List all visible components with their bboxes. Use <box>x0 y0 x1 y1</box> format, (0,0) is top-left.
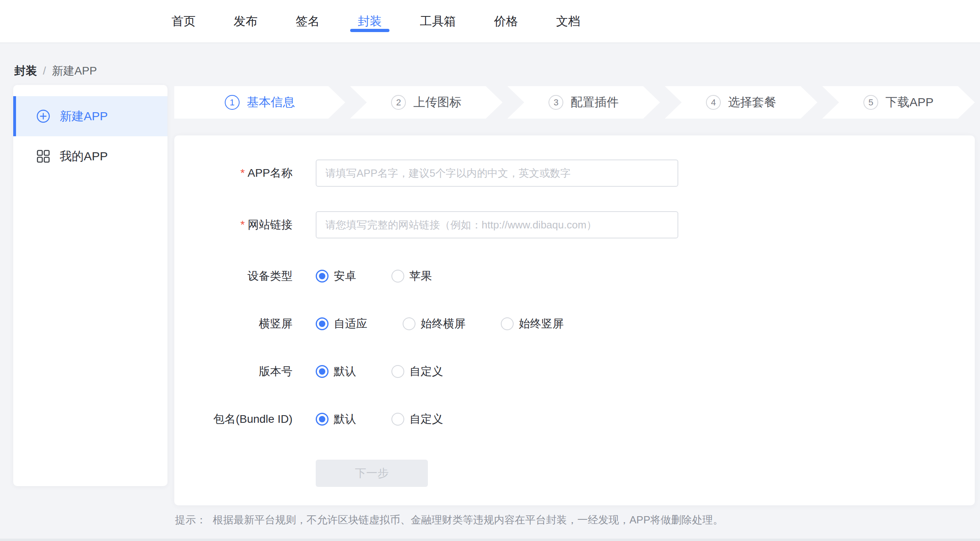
version-group: 版本号 默认 自定义 <box>174 364 975 379</box>
radio-label: 安卓 <box>334 268 356 284</box>
nav-label: 签名 <box>296 13 320 30</box>
nav-label: 价格 <box>494 13 518 30</box>
field-label: * 网站链接 <box>174 217 292 232</box>
radio-icon <box>316 413 329 426</box>
bundle-id-group: 包名(Bundle ID) 默认 自定义 <box>174 412 975 427</box>
submit-row: 下一步 <box>174 460 975 487</box>
step-label: 上传图标 <box>413 94 461 111</box>
hint: 提示： 根据最新平台规则，不允许区块链虚拟币、金融理财类等违规内容在平台封装，一… <box>175 513 723 527</box>
footer-strip <box>0 539 980 541</box>
app-name-input[interactable] <box>316 159 678 187</box>
radio-icon <box>403 317 415 330</box>
step-4-select-plan[interactable]: 4 选择套餐 <box>665 86 817 119</box>
step-label: 选择套餐 <box>728 94 776 111</box>
nav-item-signature[interactable]: 签名 <box>296 0 320 42</box>
top-header: 首页 发布 签名 封装 工具箱 价格 文档 <box>0 0 980 43</box>
nav-item-docs[interactable]: 文档 <box>556 0 580 42</box>
breadcrumb-separator: / <box>43 65 46 77</box>
radio-version-custom[interactable]: 自定义 <box>391 364 443 379</box>
step-number-circle: 3 <box>548 95 563 110</box>
required-asterisk: * <box>240 167 245 180</box>
radio-always-portrait[interactable]: 始终竖屏 <box>501 316 564 331</box>
field-label: * APP名称 <box>174 166 292 181</box>
nav-item-toolbox[interactable]: 工具箱 <box>420 0 456 42</box>
step-2-upload-icon[interactable]: 2 上传图标 <box>350 86 503 119</box>
step-number-circle: 4 <box>706 95 721 110</box>
active-indicator-bar <box>13 96 16 136</box>
field-label: 包名(Bundle ID) <box>174 412 292 427</box>
sidebar-item-my-app[interactable]: 我的APP <box>13 136 167 176</box>
nav-item-home[interactable]: 首页 <box>171 0 196 42</box>
breadcrumb: 封装 / 新建APP <box>14 63 97 79</box>
radio-label: 自适应 <box>334 316 367 331</box>
radio-icon <box>316 365 329 378</box>
sidebar-item-label: 新建APP <box>60 108 108 125</box>
nav-active-underline <box>350 29 389 32</box>
sidebar-item-new-app[interactable]: 新建APP <box>13 96 167 136</box>
radio-bundle-default[interactable]: 默认 <box>316 412 356 427</box>
radio-icon <box>391 365 404 378</box>
radio-bundle-custom[interactable]: 自定义 <box>391 412 443 427</box>
sidebar-item-label: 我的APP <box>60 148 108 165</box>
step-wizard: 1 基本信息 2 上传图标 3 配置插件 4 选择套餐 5 下载APP <box>174 86 975 119</box>
nav-label: 封装 <box>358 13 382 30</box>
radio-label: 自定义 <box>409 364 443 379</box>
step-number-circle: 1 <box>225 95 240 110</box>
nav-item-package[interactable]: 封装 <box>358 0 382 42</box>
device-type-group: 设备类型 安卓 苹果 <box>174 268 975 284</box>
main-nav: 首页 发布 签名 封装 工具箱 价格 文档 <box>171 0 580 42</box>
nav-item-publish[interactable]: 发布 <box>234 0 258 42</box>
radio-icon <box>391 270 404 283</box>
sidebar: 新建APP 我的APP <box>13 85 167 486</box>
website-link-field: * 网站链接 <box>174 211 975 238</box>
next-step-button[interactable]: 下一步 <box>316 460 428 487</box>
radio-ios[interactable]: 苹果 <box>391 268 432 284</box>
nav-label: 发布 <box>234 13 258 30</box>
radio-icon <box>316 270 329 283</box>
step-1-basic-info[interactable]: 1 基本信息 <box>174 86 345 119</box>
nav-label: 首页 <box>171 13 196 30</box>
step-label: 基本信息 <box>247 94 295 111</box>
step-3-configure-plugin[interactable]: 3 配置插件 <box>507 86 660 119</box>
nav-label: 工具箱 <box>420 13 456 30</box>
radio-label: 始终横屏 <box>421 316 466 331</box>
hint-prefix: 提示： <box>175 513 206 527</box>
radio-label: 自定义 <box>409 412 443 427</box>
radio-icon <box>501 317 514 330</box>
breadcrumb-section[interactable]: 封装 <box>14 63 37 79</box>
step-5-download-app[interactable]: 5 下载APP <box>822 86 975 119</box>
grid-icon <box>36 149 50 163</box>
form-card: * APP名称 * 网站链接 设备类型 安卓 苹果 横竖屏 <box>174 135 975 505</box>
orientation-group: 横竖屏 自适应 始终横屏 始终竖屏 <box>174 316 975 331</box>
radio-adaptive[interactable]: 自适应 <box>316 316 367 331</box>
radio-always-landscape[interactable]: 始终横屏 <box>403 316 466 331</box>
radio-label: 默认 <box>334 412 356 427</box>
website-link-input[interactable] <box>316 211 678 238</box>
field-label: 横竖屏 <box>174 316 292 331</box>
field-label: 版本号 <box>174 364 292 379</box>
required-asterisk: * <box>240 218 245 231</box>
step-number-circle: 2 <box>391 95 406 110</box>
radio-icon <box>391 413 404 426</box>
plus-circle-icon <box>36 109 50 123</box>
app-name-field: * APP名称 <box>174 159 975 187</box>
step-label: 下载APP <box>885 94 934 111</box>
step-label: 配置插件 <box>571 94 619 111</box>
breadcrumb-current: 新建APP <box>52 63 97 79</box>
radio-label: 默认 <box>334 364 356 379</box>
radio-version-default[interactable]: 默认 <box>316 364 356 379</box>
radio-android[interactable]: 安卓 <box>316 268 356 284</box>
radio-label: 始终竖屏 <box>519 316 564 331</box>
radio-label: 苹果 <box>409 268 432 284</box>
radio-icon <box>316 317 329 330</box>
step-number-circle: 5 <box>863 95 878 110</box>
nav-label: 文档 <box>556 13 580 30</box>
nav-item-pricing[interactable]: 价格 <box>494 0 518 42</box>
hint-text: 根据最新平台规则，不允许区块链虚拟币、金融理财类等违规内容在平台封装，一经发现，… <box>213 513 723 527</box>
field-label: 设备类型 <box>174 268 292 284</box>
